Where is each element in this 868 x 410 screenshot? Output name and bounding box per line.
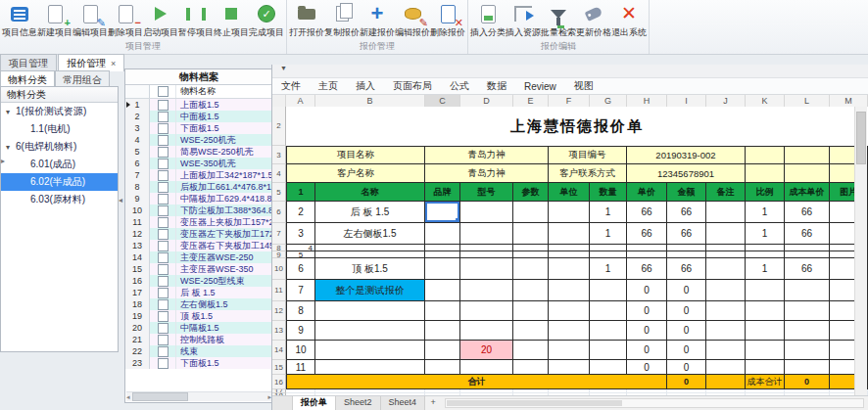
cell-B15[interactable]: [315, 360, 425, 375]
cell-I6[interactable]: 66: [667, 202, 706, 223]
cell-C10[interactable]: [425, 258, 460, 280]
row-checkbox[interactable]: [150, 158, 176, 169]
cell-J10[interactable]: [706, 258, 746, 280]
tab-project-management[interactable]: 项目管理: [0, 54, 57, 71]
menu-item-主页[interactable]: 主页: [310, 79, 347, 93]
cell-B11[interactable]: 整个是测试报价: [315, 280, 425, 301]
cell-L11[interactable]: [785, 280, 830, 301]
cell-C9[interactable]: [425, 251, 460, 258]
row-checkbox[interactable]: [150, 251, 176, 263]
cell-D15[interactable]: [460, 360, 513, 375]
cell-I11[interactable]: 0: [667, 280, 706, 301]
cell-G14[interactable]: [590, 341, 627, 360]
row-checkbox[interactable]: [150, 322, 176, 334]
cell-D11[interactable]: [460, 280, 513, 301]
cell-G15[interactable]: [590, 360, 627, 375]
cell-H10[interactable]: 66: [627, 258, 667, 280]
cell-E10[interactable]: [513, 258, 549, 280]
cell-A12[interactable]: 8: [286, 301, 315, 321]
cell-D14[interactable]: 20: [460, 341, 513, 360]
cell-H12[interactable]: 0: [627, 301, 667, 321]
cell-D10[interactable]: [460, 258, 513, 280]
row-checkbox[interactable]: [150, 122, 176, 134]
merged-cell[interactable]: 12345678901: [627, 164, 746, 183]
table-row[interactable]: 12变压器左下夹板加工172*: [125, 228, 272, 240]
cell-D9[interactable]: [460, 251, 513, 258]
splitter-expand-icon[interactable]: ▸: [1, 157, 5, 165]
table-row[interactable]: 10下防尘板加工388*364.8*: [125, 205, 272, 216]
menu-item-视图[interactable]: 视图: [565, 79, 603, 93]
cell-L12[interactable]: [785, 301, 830, 321]
menu-item-公式[interactable]: 公式: [441, 79, 478, 93]
ribbon-button-doc-minus[interactable]: −删除项目: [108, 0, 143, 39]
cell-J8[interactable]: [706, 245, 746, 251]
row-header-10[interactable]: 10: [272, 258, 286, 280]
cell-F6[interactable]: [549, 202, 590, 223]
table-row[interactable]: 3下面板1.5: [125, 122, 272, 134]
cell-K10[interactable]: 1: [746, 258, 785, 280]
merged-cell[interactable]: 客户名称: [286, 164, 425, 183]
table-row[interactable]: 20中隔板1.5: [125, 322, 272, 334]
cell-I14[interactable]: 0: [667, 341, 706, 360]
cell-I10[interactable]: 66: [667, 258, 706, 280]
cell-L10[interactable]: 66: [785, 258, 830, 280]
row-header-14[interactable]: 14: [272, 341, 286, 360]
row-header-9[interactable]: 9: [272, 251, 286, 258]
menu-item-插入[interactable]: 插入: [347, 79, 384, 93]
table-row[interactable]: 9中隔板加工629.4*418.8*: [125, 193, 272, 205]
ribbon-button-stop[interactable]: 终止项目: [214, 0, 249, 39]
cell-G7[interactable]: 1: [590, 223, 627, 245]
chevron-down-icon[interactable]: ▼: [280, 65, 287, 71]
cell-B7[interactable]: 左右侧板1.5: [315, 223, 425, 245]
cell-E9[interactable]: [513, 251, 549, 258]
ribbon-button-pause[interactable]: 暂停项目: [178, 0, 214, 39]
cell-E14[interactable]: [513, 341, 549, 360]
tree-item[interactable]: 1.1(电机): [1, 120, 118, 138]
row-checkbox[interactable]: [150, 216, 176, 228]
ribbon-button-copy[interactable]: 复制报价: [324, 0, 360, 39]
cell-G6[interactable]: 1: [590, 202, 627, 223]
ribbon-button-db-edit[interactable]: ✎编辑报价: [395, 0, 430, 39]
row-checkbox[interactable]: [150, 146, 176, 158]
table-row[interactable]: 21控制线路板: [125, 334, 272, 345]
cell-F12[interactable]: [549, 301, 590, 321]
row-checkbox[interactable]: [150, 263, 176, 275]
cell-J11[interactable]: [706, 280, 746, 301]
row-checkbox[interactable]: [150, 134, 176, 146]
ribbon-button-plus[interactable]: +新建报价: [360, 0, 395, 39]
cell-L8[interactable]: [785, 245, 830, 251]
cell-L15[interactable]: [785, 360, 830, 375]
cell-H7[interactable]: 66: [627, 223, 667, 245]
row-header-7[interactable]: 7: [272, 223, 286, 245]
cell-L6[interactable]: 66: [785, 202, 830, 223]
cell-G10[interactable]: 1: [590, 258, 627, 280]
merged-cell[interactable]: [785, 164, 830, 183]
table-row[interactable]: 6WSE-350机壳: [125, 158, 272, 169]
cell-H11[interactable]: 0: [627, 280, 667, 301]
cell-G11[interactable]: [590, 280, 627, 301]
cell-B14[interactable]: [315, 341, 425, 360]
row-header-15[interactable]: 15: [272, 360, 286, 375]
row-header-3[interactable]: 3: [272, 146, 286, 164]
merged-cell[interactable]: 20190319-002: [627, 146, 746, 164]
row-header-2[interactable]: 2: [272, 107, 286, 146]
cell-D13[interactable]: [460, 321, 513, 341]
cell-I8[interactable]: [667, 245, 706, 251]
cell-F13[interactable]: [549, 321, 590, 341]
cell-K11[interactable]: [746, 280, 785, 301]
merged-cell[interactable]: [746, 164, 785, 183]
tree-item[interactable]: ▾1(报价测试资源): [1, 103, 118, 120]
cell-B9[interactable]: [315, 251, 425, 258]
sheet-horizontal-scrollbar[interactable]: [445, 398, 864, 408]
row-checkbox[interactable]: [150, 240, 176, 251]
table-row[interactable]: 18左右侧板1.5: [125, 298, 272, 310]
cell-F11[interactable]: [549, 280, 590, 301]
table-row[interactable]: 8后板加工661.4*476.8*1: [125, 181, 272, 193]
row-checkbox[interactable]: [150, 357, 176, 369]
ribbon-button-play[interactable]: 启动项目: [143, 0, 178, 39]
cell-K9[interactable]: [746, 251, 785, 258]
cell-I13[interactable]: 0: [667, 321, 706, 341]
cell-K12[interactable]: [746, 301, 785, 321]
cell-L14[interactable]: [785, 341, 830, 360]
tree-item[interactable]: 6.03(原材料): [1, 191, 118, 208]
